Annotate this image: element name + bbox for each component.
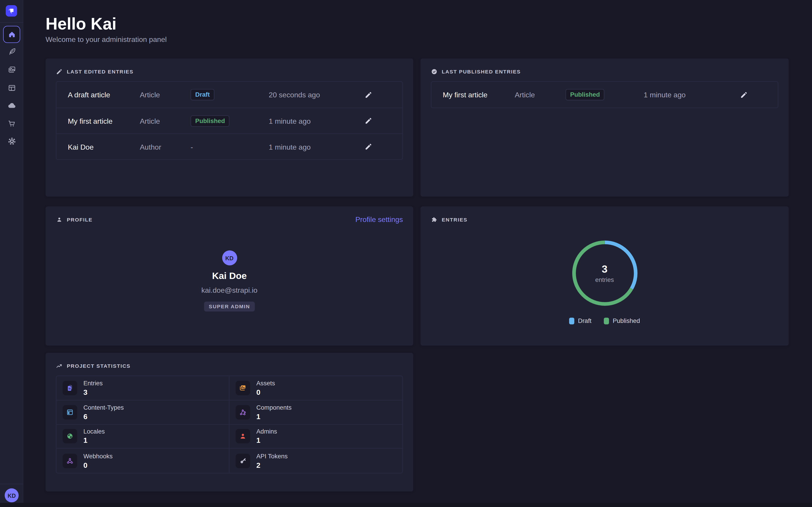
stat-label: Assets [256, 380, 275, 387]
gear-icon [7, 136, 16, 146]
chart-legend: Draft Published [431, 317, 778, 324]
sidebar-divider-top [0, 22, 23, 23]
profile-avatar: KD [222, 250, 237, 266]
sidebar-item-content-type-builder[interactable] [7, 83, 16, 93]
entry-name: Kai Doe [68, 143, 140, 151]
trend-up-icon [56, 362, 63, 369]
media-library-icon [7, 65, 16, 74]
entry-time: 1 minute ago [269, 143, 365, 151]
profile-body: KD Kai Doe kai.doe@strapi.io SUPER ADMIN [56, 223, 403, 312]
entry-time: 1 minute ago [644, 91, 740, 99]
legend-item-draft: Draft [569, 317, 592, 324]
stat-label: Locales [84, 428, 105, 435]
pencil-icon [364, 91, 372, 99]
entries-title: ENTRIES [442, 217, 467, 222]
table-row: Kai Doe Author - 1 minute ago [56, 133, 402, 159]
last-edited-entries-table: A draft article Article Draft 20 seconds… [56, 81, 403, 160]
profile-email: kai.doe@strapi.io [201, 286, 258, 294]
pencil-icon [740, 91, 748, 99]
edit-entry-button[interactable] [740, 91, 748, 99]
draft-swatch [569, 318, 574, 324]
donut-center-label: 3 entries [431, 240, 778, 306]
stat-value: 0 [256, 388, 275, 396]
strapi-logo[interactable] [6, 5, 17, 17]
stat-icon-tile [236, 405, 250, 419]
stat-label: Admins [256, 428, 277, 435]
puzzle-icon [431, 216, 438, 223]
entry-time: 1 minute ago [269, 117, 365, 125]
strapi-logo-icon [7, 7, 15, 15]
legend-item-published: Published [604, 317, 640, 324]
entries-header: ENTRIES [431, 216, 778, 223]
entry-time: 20 seconds ago [269, 91, 365, 99]
profile-name: Kai Doe [212, 271, 247, 281]
status-empty: - [191, 143, 193, 151]
legend-label: Published [613, 317, 640, 324]
page-header: Hello Kai Welcome to your administration… [46, 14, 167, 44]
home-icon [7, 30, 16, 39]
profile-header: PROFILE [56, 216, 403, 223]
stat-icon-tile [63, 381, 77, 395]
entry-type: Author [140, 143, 191, 151]
stat-label: Entries [84, 380, 103, 387]
page-title: Hello Kai [46, 14, 167, 33]
stat-label: Webhooks [84, 452, 113, 460]
layout-icon [7, 83, 16, 93]
entries-donut-chart: 3 entries [431, 240, 778, 306]
edit-entry-button[interactable] [364, 117, 372, 125]
edit-entry-button[interactable] [364, 143, 372, 151]
legend-label: Draft [578, 317, 592, 324]
key-icon [239, 456, 247, 465]
user-icon [56, 216, 63, 223]
profile-title: PROFILE [67, 217, 93, 222]
sidebar-item-media-library[interactable] [7, 65, 16, 74]
project-statistics-card: PROJECT STATISTICS Entries 3 [46, 353, 413, 492]
stat-content-types: Content-Types 6 [56, 400, 230, 424]
entries-count: 3 [602, 263, 608, 275]
last-published-entries-title: LAST PUBLISHED ENTRIES [442, 68, 520, 74]
stat-label: Components [256, 404, 292, 411]
stat-api-tokens: API Tokens 2 [230, 449, 402, 473]
stat-icon-tile [63, 454, 77, 468]
stat-assets: Assets 0 [230, 376, 402, 400]
document-icon [66, 384, 74, 392]
sidebar-item-content-manager[interactable] [7, 47, 16, 56]
stat-icon-tile [236, 381, 250, 395]
sidebar-item-marketplace[interactable] [7, 119, 16, 128]
sidebar-item-settings[interactable] [7, 136, 16, 146]
pictures-icon [239, 384, 247, 392]
status-badge: Published [565, 89, 605, 101]
stat-value: 2 [256, 461, 288, 469]
cart-icon [7, 119, 16, 128]
sidebar-item-deploy[interactable] [7, 101, 16, 110]
sidebar-item-home[interactable] [3, 26, 20, 43]
stat-icon-tile [63, 405, 77, 419]
check-circle-icon [431, 68, 438, 75]
stat-entries: Entries 3 [56, 376, 230, 400]
stat-locales: Locales 1 [56, 425, 230, 449]
stat-value: 3 [84, 388, 103, 396]
table-row: My first article Article Published 1 min… [432, 82, 778, 108]
stat-label: Content-Types [84, 404, 124, 411]
edit-entry-button[interactable] [364, 91, 372, 99]
sidebar-user-avatar[interactable]: KD [5, 488, 19, 502]
stat-icon-tile [236, 429, 250, 443]
stat-value: 1 [256, 436, 277, 445]
window-bottom-edge [0, 503, 812, 507]
stat-value: 6 [84, 412, 124, 420]
stat-value: 0 [84, 461, 113, 469]
profile-settings-link[interactable]: Profile settings [355, 215, 403, 224]
sidebar: KD [0, 0, 23, 503]
entry-name: A draft article [68, 91, 140, 99]
status-badge: Published [191, 115, 230, 127]
entries-card: ENTRIES 3 entries Draft Published [420, 207, 789, 346]
globe-icon [66, 432, 74, 441]
role-badge: SUPER ADMIN [204, 302, 255, 312]
admin-user-icon [239, 432, 247, 441]
last-published-entries-card: LAST PUBLISHED ENTRIES My first article … [420, 58, 789, 196]
stat-value: 1 [84, 436, 105, 445]
table-row: A draft article Article Draft 20 seconds… [56, 82, 402, 108]
webhook-icon [66, 456, 74, 465]
last-edited-entries-card: LAST EDITED ENTRIES A draft article Arti… [46, 58, 413, 196]
stat-value: 1 [256, 412, 292, 420]
